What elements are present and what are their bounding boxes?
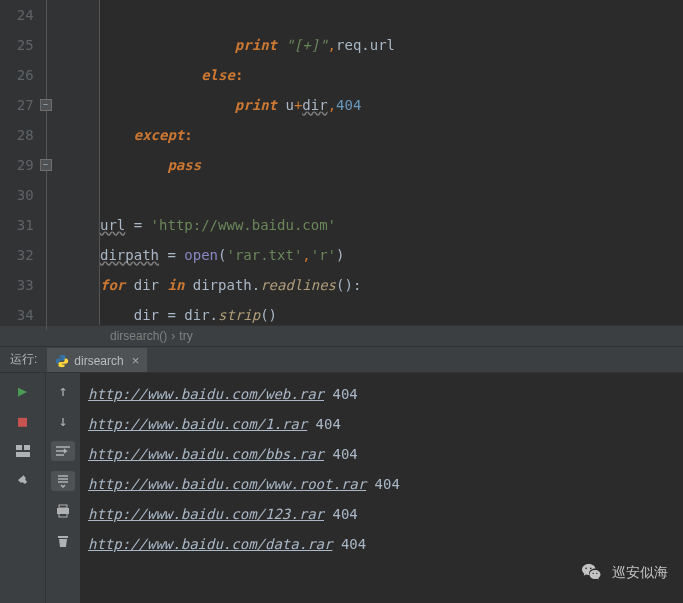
code-area[interactable]: print "[+]",req.url else: print u+dir,40…: [100, 0, 683, 325]
svg-rect-6: [58, 536, 68, 538]
wechat-icon: [580, 561, 604, 585]
line-number: 28: [0, 127, 40, 143]
code-line: print u+dir,404: [100, 90, 683, 120]
console-line: http://www.baidu.com/data.rar 404: [88, 529, 675, 559]
scroll-button[interactable]: [51, 471, 75, 491]
svg-rect-1: [24, 445, 30, 450]
stop-button[interactable]: ■: [11, 411, 35, 431]
line-number: 33: [0, 277, 40, 293]
run-toolbar-right: ↑ ↓: [45, 373, 80, 603]
code-line: except:: [100, 120, 683, 150]
breadcrumb-separator: ›: [171, 329, 175, 343]
console-line: http://www.baidu.com/www.root.rar 404: [88, 469, 675, 499]
code-line: print "[+]",req.url: [100, 30, 683, 60]
python-icon: [55, 354, 69, 368]
code-line: dirpath = open('rar.txt','r'): [100, 240, 683, 270]
line-number: 26: [0, 67, 40, 83]
breadcrumb-item[interactable]: try: [179, 329, 192, 343]
fold-icon[interactable]: −: [40, 99, 52, 111]
code-line: for dir in dirpath.readlines():: [100, 270, 683, 300]
line-number: 32: [0, 247, 40, 263]
line-number: 24: [0, 7, 40, 23]
code-line: [100, 0, 683, 30]
console-line: http://www.baidu.com/123.rar 404: [88, 499, 675, 529]
print-button[interactable]: [51, 501, 75, 521]
fold-icon[interactable]: −: [40, 159, 52, 171]
line-number: 34: [0, 307, 40, 323]
layout-button[interactable]: [11, 441, 35, 461]
run-button[interactable]: ▶: [11, 381, 35, 401]
run-header: 运行: dirsearch ×: [0, 347, 683, 373]
console-line: http://www.baidu.com/web.rar 404: [88, 379, 675, 409]
watermark: 巡安似海: [580, 561, 668, 585]
line-number: 25: [0, 37, 40, 53]
up-button[interactable]: ↑: [51, 381, 75, 401]
svg-rect-3: [59, 505, 67, 508]
run-tab[interactable]: dirsearch ×: [47, 348, 147, 372]
svg-rect-2: [16, 452, 30, 457]
code-line: pass: [100, 150, 683, 180]
line-number: 31: [0, 217, 40, 233]
code-line: dir = dir.strip(): [100, 300, 683, 330]
wrap-button[interactable]: [51, 441, 75, 461]
code-line: else:: [100, 60, 683, 90]
run-label: 运行:: [0, 351, 47, 368]
console-line: http://www.baidu.com/bbs.rar 404: [88, 439, 675, 469]
code-editor: 24 25 26 27− 28 29− 30 31 32 33 34 print…: [0, 0, 683, 325]
pin-button[interactable]: [11, 471, 35, 491]
watermark-text: 巡安似海: [612, 564, 668, 582]
line-number: 29: [0, 157, 40, 173]
line-number: 30: [0, 187, 40, 203]
code-line: url = 'http://www.baidu.com': [100, 210, 683, 240]
gutter: 24 25 26 27− 28 29− 30 31 32 33 34: [0, 0, 100, 325]
line-number: 27: [0, 97, 40, 113]
close-icon[interactable]: ×: [132, 353, 140, 368]
trash-button[interactable]: [51, 531, 75, 551]
svg-rect-0: [16, 445, 22, 450]
console-line: http://www.baidu.com/1.rar 404: [88, 409, 675, 439]
down-button[interactable]: ↓: [51, 411, 75, 431]
run-tab-label: dirsearch: [74, 354, 123, 368]
code-line: [100, 180, 683, 210]
run-toolbar-left: ▶ ■: [0, 373, 45, 603]
breadcrumb-item[interactable]: dirsearch(): [110, 329, 167, 343]
